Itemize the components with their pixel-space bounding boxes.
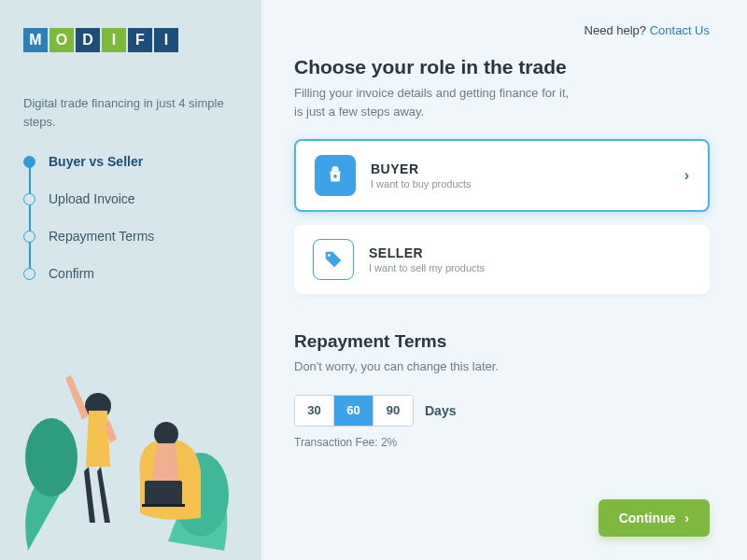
continue-label: Continue: [619, 511, 676, 525]
card-desc: I want to sell my products: [369, 262, 691, 273]
svg-rect-4: [145, 481, 182, 505]
step-label: Buyer vs Seller: [49, 154, 143, 169]
svg-point-0: [25, 418, 78, 497]
logo-letter: I: [102, 28, 126, 52]
progress-steps: Buyer vs SellerUpload InvoiceRepayment T…: [23, 154, 238, 281]
card-desc: I want to buy products: [371, 178, 669, 189]
step-label: Upload Invoice: [49, 191, 135, 206]
role-desc: Filling your invoice details and getting…: [294, 84, 710, 120]
card-text: BUYERI want to buy products: [371, 161, 669, 189]
chevron-right-icon: ›: [684, 511, 689, 525]
logo-letter: M: [23, 28, 48, 52]
repayment-title: Repayment Terms: [294, 331, 710, 352]
step-item[interactable]: Repayment Terms: [23, 229, 238, 244]
help-text: Need help?: [585, 23, 650, 37]
card-text: SELLERI want to sell my products: [369, 245, 691, 273]
transaction-fee: Transaction Fee: 2%: [294, 436, 710, 449]
step-item[interactable]: Upload Invoice: [23, 191, 238, 206]
help-bar: Need help? Contact Us: [294, 23, 710, 37]
logo: MODIFI: [23, 28, 238, 52]
card-title: BUYER: [371, 161, 669, 176]
logo-letter: D: [76, 28, 100, 52]
role-title: Choose your role in the trade: [294, 56, 710, 78]
repayment-desc: Don't worry, you can change this later.: [294, 357, 710, 376]
svg-point-7: [328, 254, 331, 257]
illustration: [0, 336, 261, 560]
logo-letter: O: [49, 28, 74, 52]
continue-button[interactable]: Continue ›: [599, 499, 710, 537]
logo-letter: I: [154, 28, 178, 52]
term-option-30[interactable]: 30: [295, 396, 334, 426]
svg-point-6: [333, 175, 337, 178]
terms-row: 306090 Days: [294, 395, 710, 427]
sidebar: MODIFI Digital trade financing in just 4…: [0, 0, 261, 560]
chevron-right-icon: ›: [684, 167, 689, 184]
step-label: Repayment Terms: [49, 229, 154, 244]
step-dot: [23, 193, 35, 205]
main-content: Need help? Contact Us Choose your role i…: [261, 0, 747, 560]
tag-icon: [313, 239, 354, 280]
contact-link[interactable]: Contact Us: [650, 23, 710, 37]
repayment-section: Repayment Terms Don't worry, you can cha…: [294, 331, 710, 449]
step-dot: [23, 268, 35, 280]
step-label: Confirm: [49, 266, 94, 281]
logo-letter: F: [128, 28, 152, 52]
buyer-card[interactable]: BUYERI want to buy products›: [294, 139, 710, 212]
seller-card[interactable]: SELLERI want to sell my products: [294, 225, 710, 294]
svg-rect-5: [142, 504, 185, 507]
step-item[interactable]: Confirm: [23, 266, 238, 281]
step-item[interactable]: Buyer vs Seller: [23, 154, 238, 169]
bag-icon: [315, 155, 356, 196]
card-title: SELLER: [369, 245, 691, 260]
term-option-60[interactable]: 60: [334, 396, 374, 426]
days-label: Days: [425, 403, 456, 418]
step-dot: [23, 231, 35, 243]
term-option-90[interactable]: 90: [374, 396, 413, 426]
svg-point-3: [154, 422, 178, 446]
terms-toggle-group: 306090: [294, 395, 414, 427]
step-dot: [23, 156, 35, 168]
sidebar-subtitle: Digital trade financing in just 4 simple…: [23, 94, 238, 131]
